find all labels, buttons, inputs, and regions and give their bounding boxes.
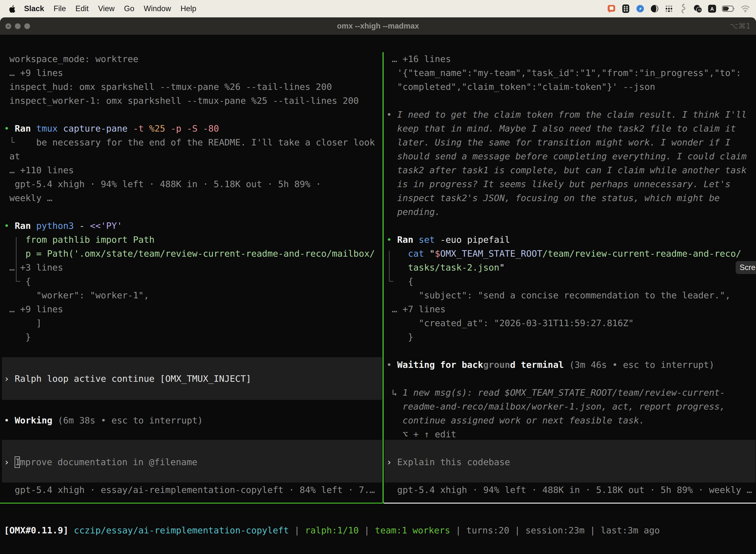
terminal-line: gpt-5.4 xhigh · 94% left · 488K in · 5.1… bbox=[386, 483, 756, 497]
terminal-line: ] bbox=[4, 316, 382, 330]
prompt-chevron: › bbox=[4, 455, 15, 469]
terminal-line: p = Path('.omx/state/team/review-current… bbox=[4, 247, 382, 261]
menu-app-slack[interactable]: Slack bbox=[24, 4, 44, 13]
terminal-line: readme-and-reco/mailbox/worker-1.json, a… bbox=[386, 400, 756, 413]
terminal-line: … +16 lines bbox=[386, 52, 756, 66]
terminal-line: gpt-5.4 xhigh · 94% left · 488K in · 5.1… bbox=[4, 177, 382, 191]
terminal-line: keep that in mind. Maybe I also need the… bbox=[386, 122, 756, 135]
menu-file[interactable]: File bbox=[54, 4, 66, 13]
terminal-line: … +110 lines bbox=[4, 163, 382, 177]
terminal-line: { bbox=[386, 275, 756, 288]
menu-bar-status-icons: ..61 A bbox=[607, 4, 750, 13]
svg-text:A: A bbox=[710, 6, 714, 12]
macos-menu-bar: Slack File Edit View Go Window Help ..61… bbox=[0, 0, 756, 17]
terminal-line: • Ran set -euo pipefail bbox=[386, 233, 756, 247]
left-terminal-pane[interactable]: › Improve documentation in @filename wor… bbox=[2, 52, 382, 503]
terminal-line: should send a message before completing … bbox=[386, 150, 756, 163]
terminal-line: later. Using the same for transition mig… bbox=[386, 135, 756, 150]
window-shortcut-badge: ⌥⌘1 bbox=[730, 17, 751, 35]
blue-bolt-icon[interactable] bbox=[635, 4, 645, 13]
terminal-line: pending. bbox=[386, 205, 756, 219]
terminal-line: ↳ 1 new msg(s): read $OMX_TEAM_STATE_ROO… bbox=[386, 386, 756, 400]
svg-text:..61: ..61 bbox=[697, 9, 701, 12]
terminal-line: is in progress? It seems likely but perh… bbox=[386, 177, 756, 191]
menu-edit[interactable]: Edit bbox=[75, 4, 88, 13]
terminal-line: task2 after task1 is complete, but can I… bbox=[386, 163, 756, 177]
left-prompt-input[interactable]: › Improve documentation in @filename bbox=[4, 455, 382, 469]
terminal-line: • Ran python3 - <<'PY' bbox=[4, 219, 382, 233]
terminal-line: • Ran tmux capture-pane -t %25 -p -S -80 bbox=[4, 122, 382, 135]
left-pane-bottom-border bbox=[0, 503, 382, 504]
dots-grid-icon[interactable] bbox=[664, 4, 674, 13]
terminal-line: at bbox=[4, 150, 382, 163]
terminal-line: gpt-5.4 xhigh · essay/ai-reimplementatio… bbox=[4, 483, 382, 497]
terminal-line: … +9 lines bbox=[4, 302, 382, 316]
screen-tooltip: Scre bbox=[736, 261, 756, 274]
terminal-line: inspect_hud: omx sparkshell --tmux-pane … bbox=[4, 80, 382, 94]
menu-go[interactable]: Go bbox=[124, 4, 134, 13]
terminal-line: └ be necessary for the end of the README… bbox=[4, 135, 382, 150]
wifi-icon[interactable] bbox=[741, 4, 750, 13]
badge-61-icon[interactable]: ..61 bbox=[693, 4, 702, 13]
input-placeholder: mprove documentation in @filename bbox=[20, 455, 197, 469]
menu-window[interactable]: Window bbox=[144, 4, 171, 13]
terminal-line: tasks/task-2.json" bbox=[386, 261, 756, 275]
terminal-line: inspect_worker-1: omx sparkshell --tmux-… bbox=[4, 94, 382, 108]
omx-status-pane: [OMX#0.11.9] cczip/essay/ai-reimplementa… bbox=[2, 511, 756, 554]
terminal-line: "subject": "send a concise recommendatio… bbox=[386, 288, 756, 302]
keyboard-icon[interactable] bbox=[621, 4, 630, 13]
terminal-line: • Working (6m 38s • esc to interrupt) bbox=[4, 413, 382, 428]
prompt-chevron: › bbox=[386, 455, 397, 469]
terminal-line: '{"team_name":"my-team","task_id":"1","f… bbox=[386, 66, 756, 80]
pane-divider[interactable] bbox=[382, 52, 384, 503]
squiggle-icon[interactable] bbox=[679, 4, 688, 13]
terminal-line: ⌥ + ↑ edit bbox=[386, 428, 756, 441]
terminal-line: "completed","claim_token":"claim-token"}… bbox=[386, 80, 756, 94]
window-title: omx --xhigh --madmax bbox=[0, 17, 756, 35]
terminal-line: "worker": "worker-1", bbox=[4, 288, 382, 302]
terminal-line: › Ralph loop active continue [OMX_TMUX_I… bbox=[4, 372, 382, 386]
a-key-icon[interactable]: A bbox=[707, 4, 717, 13]
terminal-line: [OMX#0.11.9] cczip/essay/ai-reimplementa… bbox=[4, 523, 756, 537]
right-terminal-pane[interactable]: › Explain this codebase … +16 lines '{"t… bbox=[384, 52, 756, 503]
terminal-line: … +9 lines bbox=[4, 66, 382, 80]
terminal-line: workspace_mode: worktree bbox=[4, 52, 382, 66]
terminal-line: from pathlib import Path bbox=[4, 233, 382, 247]
terminal-line: • I need to get the claim token from the… bbox=[386, 108, 756, 122]
right-prompt-input[interactable]: › Explain this codebase bbox=[386, 455, 756, 469]
terminal-line: } bbox=[386, 330, 756, 344]
terminal-line: … +7 lines bbox=[386, 302, 756, 316]
text-cursor: I bbox=[15, 456, 20, 468]
terminal-line: "created_at": "2026-03-31T11:59:27.816Z" bbox=[386, 316, 756, 330]
terminal-line: … +3 lines bbox=[4, 261, 382, 275]
terminal-line: continue assigned work or next feasible … bbox=[386, 413, 756, 428]
terminal-line: inspect task2's JSON, focusing on the st… bbox=[386, 191, 756, 205]
menu-view[interactable]: View bbox=[98, 4, 115, 13]
battery-icon[interactable] bbox=[722, 4, 736, 13]
input-placeholder: Explain this codebase bbox=[397, 455, 510, 469]
slack-notification-icon[interactable] bbox=[607, 4, 616, 13]
terminal-window: omx --xhigh --madmax ⌥⌘1 › Improve docum… bbox=[0, 17, 756, 554]
terminal-line: { bbox=[4, 275, 382, 288]
terminal-line: } bbox=[4, 330, 382, 344]
apple-logo-icon[interactable] bbox=[8, 4, 16, 13]
window-titlebar[interactable]: omx --xhigh --madmax ⌥⌘1 bbox=[0, 17, 756, 35]
right-pane-bottom-border bbox=[384, 503, 756, 504]
terminal-line: cat "$OMX_TEAM_STATE_ROOT/team/review-cu… bbox=[386, 247, 756, 261]
terminal-line: weekly … bbox=[4, 191, 382, 205]
terminal-line: • Waiting for background terminal (3m 46… bbox=[386, 358, 756, 372]
menu-help[interactable]: Help bbox=[181, 4, 196, 13]
crescent-icon[interactable] bbox=[650, 4, 659, 13]
